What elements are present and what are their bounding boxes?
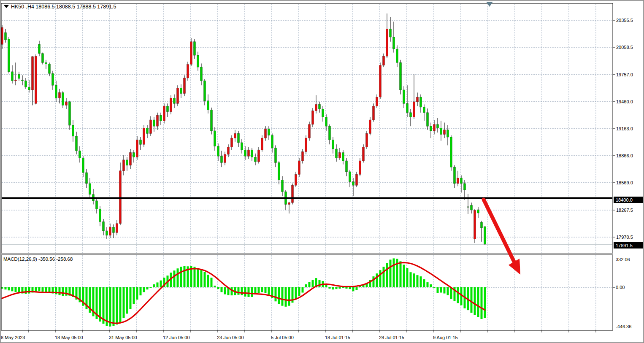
bull-candle-body [302,152,304,161]
time-axis-label: 12 Jun 05:00 [163,335,190,340]
bear-candle-body [106,231,108,235]
bear-candle-body [8,39,10,72]
bear-candle-body [319,104,321,109]
macd-histogram-bar [238,287,240,295]
macd-histogram-bar [373,276,375,287]
bear-candle-body [403,90,405,103]
macd-histogram-bar [288,287,290,306]
bull-candle-body [369,120,371,133]
bull-candle-body [119,171,122,224]
macd-signal-line [2,262,485,323]
bear-candle-body [322,109,324,117]
macd-histogram-bar [305,284,307,287]
bull-candle-body [177,88,179,104]
macd-histogram-bar [403,265,405,287]
macd-histogram-bar [393,258,395,287]
macd-histogram-bar [427,282,429,287]
macd-histogram-bar [410,272,412,287]
bear-candle-body [336,149,338,158]
macd-histogram-bar [5,287,7,289]
arrow-shaft [484,200,514,262]
bull-candle-body [116,224,118,233]
macd-histogram-bar [35,287,37,292]
bid-price-tag: 17891.5 [614,242,643,248]
macd-histogram-bar [417,275,419,287]
macd-histogram-bar [352,287,354,291]
macd-histogram-bar [200,270,203,287]
bear-candle-body [481,222,483,228]
macd-histogram-bar [217,287,219,289]
macd-histogram-bar [11,287,14,291]
macd-histogram-bar [38,287,41,291]
time-axis-label: 5 Jul 05:00 [271,335,294,340]
macd-histogram-bar [339,287,341,289]
bear-candle-body [99,209,101,221]
bull-candle-body [227,147,230,154]
bear-candle-body [440,128,442,134]
bull-candle-body [292,185,294,203]
macd-histogram-bar [450,287,452,299]
macd-histogram-bar [207,275,209,287]
macd-histogram-bar [312,280,314,287]
bear-candle-body [140,140,142,144]
bear-candle-body [160,115,162,121]
bull-candle-body [150,120,152,133]
macd-histogram-bar [204,272,206,287]
macd-histogram-bar [133,287,135,304]
macd-histogram-bar [484,287,486,318]
hline-price-tag: 18400.0 [614,197,643,203]
bull-candle-body [130,153,132,165]
bear-candle-body [268,129,270,135]
macd-histogram-bar [349,287,351,289]
macd-histogram-bar [356,287,358,290]
bull-candle-body [65,102,68,105]
bull-candle-body [187,65,189,78]
macd-histogram-bar [160,281,162,287]
macd-histogram-bar [45,287,47,292]
bull-candle-body [59,92,61,98]
macd-histogram-bar [390,259,392,287]
price-axis-label: 20355.5 [616,18,633,23]
macd-histogram-bar [386,263,388,287]
price-axis-label: 19163.0 [616,126,633,131]
bear-candle-body [11,72,14,81]
macd-indicator[interactable] [1,258,486,326]
bull-candle-body [363,147,365,161]
bear-candle-body [427,113,429,126]
price-axis-label: 19757.0 [616,72,633,77]
bear-candle-body [28,87,30,90]
macd-histogram-bar [440,287,442,292]
macd-histogram-bar [413,273,415,287]
macd-histogram-bar [150,287,152,288]
macd-histogram-bar [153,284,155,287]
bear-candle-body [464,184,466,190]
macd-histogram-bar [278,287,280,304]
macd-histogram-bar [184,266,186,287]
bear-candle-body [352,182,354,186]
bull-candle-body [295,174,297,185]
bull-candle-body [312,111,314,124]
macd-histogram-bar [42,287,44,292]
price-axis-label: 18267.5 [616,208,633,213]
bull-candle-body [373,106,375,120]
macd-histogram-bar [136,287,138,300]
bear-candle-body [25,81,27,87]
macd-histogram-bar [15,287,17,292]
macd-histogram-bar [241,287,243,295]
macd-histogram-bar [231,287,233,295]
chart-canvas[interactable]: 20355.520058.519757.019460.019163.018866… [0,0,644,343]
bear-candle-body [484,227,486,244]
bear-candle-body [329,126,331,140]
price-axis-label: 17970.5 [616,235,633,240]
macd-histogram-bar [194,267,196,287]
macd-histogram-bar [420,276,422,287]
scroll-end-marker-icon[interactable] [486,2,493,7]
macd-histogram-bar [258,287,260,293]
macd-histogram-bar [244,287,246,297]
macd-histogram-bar [275,287,277,301]
bull-candle-body [248,150,250,156]
symbol-dropdown-icon[interactable] [4,5,9,8]
bear-candle-body [5,32,7,40]
bull-candle-body [457,178,459,184]
macd-histogram-bar [25,287,27,294]
